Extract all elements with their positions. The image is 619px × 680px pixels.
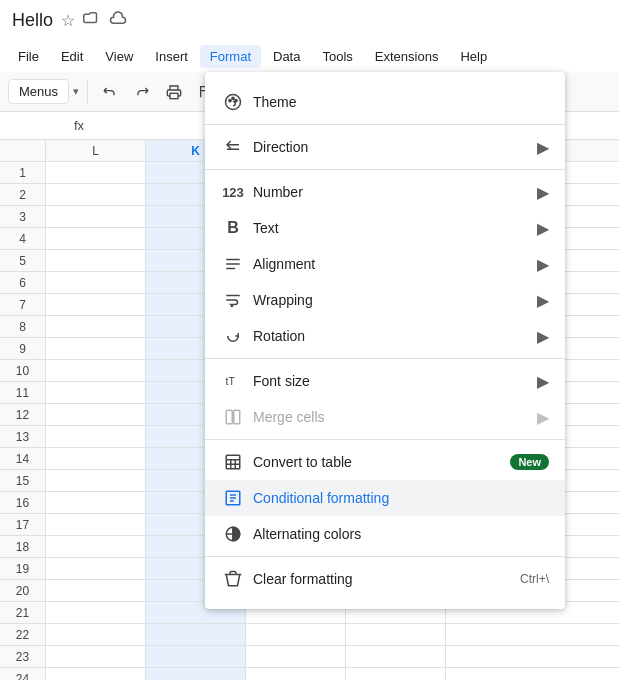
menu-item-alignment[interactable]: Alignment ▶: [205, 246, 565, 282]
merge-icon: [221, 408, 245, 426]
mergecells-label: Merge cells: [253, 409, 537, 425]
number-icon: 123: [221, 185, 245, 200]
menu-item-conditionalformat[interactable]: Conditional formatting: [205, 480, 565, 516]
number-label: Number: [253, 184, 537, 200]
conditionalformat-icon: [221, 489, 245, 507]
svg-point-4: [232, 97, 234, 99]
palette-icon: [221, 93, 245, 111]
menu-item-converttable[interactable]: Convert to table New: [205, 444, 565, 480]
converttable-label: Convert to table: [253, 454, 510, 470]
menu-item-wrapping[interactable]: Wrapping ▶: [205, 282, 565, 318]
menu-item-theme[interactable]: Theme: [205, 84, 565, 120]
text-arrow: ▶: [537, 219, 549, 238]
direction-label: Direction: [253, 139, 537, 155]
svg-rect-11: [234, 410, 240, 424]
svg-text:tT: tT: [226, 375, 236, 387]
menu-item-rotation[interactable]: Rotation ▶: [205, 318, 565, 354]
text-label: Text: [253, 220, 537, 236]
number-arrow: ▶: [537, 183, 549, 202]
menu-section-table: Convert to table New Conditional formatt…: [205, 440, 565, 557]
fontsize-label: Font size: [253, 373, 537, 389]
menu-section-format: 123 Number ▶ B Text ▶ Alignment ▶ Wr: [205, 170, 565, 359]
mergecells-arrow: ▶: [537, 408, 549, 427]
alignment-icon: [221, 255, 245, 273]
svg-rect-13: [226, 455, 240, 469]
fontsize-icon: tT: [221, 372, 245, 390]
svg-rect-10: [226, 410, 232, 424]
alternating-icon: [221, 525, 245, 543]
wrapping-icon: [221, 291, 245, 309]
bold-b-icon: B: [221, 219, 245, 237]
direction-icon: [221, 138, 245, 156]
clearformat-label: Clear formatting: [253, 571, 520, 587]
wrapping-label: Wrapping: [253, 292, 537, 308]
alternatingcolors-label: Alternating colors: [253, 526, 549, 542]
menu-section-direction: Direction ▶: [205, 125, 565, 170]
menu-section-size: tT Font size ▶ Merge cells ▶: [205, 359, 565, 440]
menu-section-clear: Clear formatting Ctrl+\: [205, 557, 565, 601]
direction-arrow: ▶: [537, 138, 549, 157]
rotation-label: Rotation: [253, 328, 537, 344]
alignment-arrow: ▶: [537, 255, 549, 274]
rotation-icon: [221, 327, 245, 345]
menu-item-direction[interactable]: Direction ▶: [205, 129, 565, 165]
alignment-label: Alignment: [253, 256, 537, 272]
format-dropdown-menu: Theme Direction ▶ 123 Number ▶ B Text: [205, 72, 565, 609]
fontsize-arrow: ▶: [537, 372, 549, 391]
conditionalformat-label: Conditional formatting: [253, 490, 549, 506]
wrapping-arrow: ▶: [537, 291, 549, 310]
rotation-arrow: ▶: [537, 327, 549, 346]
menu-section-theme: Theme: [205, 80, 565, 125]
menu-item-mergecells: Merge cells ▶: [205, 399, 565, 435]
menu-item-text[interactable]: B Text ▶: [205, 210, 565, 246]
menu-item-clearformat[interactable]: Clear formatting Ctrl+\: [205, 561, 565, 597]
menu-item-fontsize[interactable]: tT Font size ▶: [205, 363, 565, 399]
dropdown-overlay[interactable]: Theme Direction ▶ 123 Number ▶ B Text: [0, 0, 619, 680]
svg-point-3: [229, 99, 231, 101]
table-icon: [221, 453, 245, 471]
theme-label: Theme: [253, 94, 549, 110]
clear-icon: [221, 570, 245, 588]
new-badge: New: [510, 454, 549, 470]
clearformat-shortcut: Ctrl+\: [520, 572, 549, 586]
menu-item-alternatingcolors[interactable]: Alternating colors: [205, 516, 565, 552]
menu-item-number[interactable]: 123 Number ▶: [205, 174, 565, 210]
